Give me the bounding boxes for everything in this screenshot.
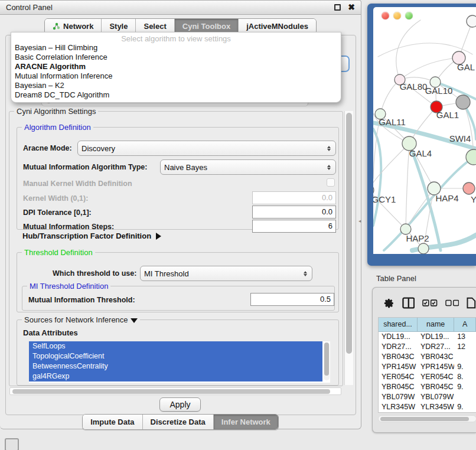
- select-all-checkboxes-icon[interactable]: [422, 299, 438, 307]
- control-panel-titlebar: Control Panel ✖: [0, 1, 361, 15]
- network-view-inner: GALGAL80GAL10GAL1GAL11SWI4GAL4GCY1HAP4YH…: [373, 7, 476, 254]
- table-column-header[interactable]: shared...: [379, 318, 418, 331]
- cyni-algorithm-settings-group: Cyni Algorithm Settings Algorithm Defini…: [9, 111, 343, 386]
- network-edge[interactable]: [396, 20, 420, 80]
- algorithm-option[interactable]: Bayesian – K2: [11, 81, 341, 90]
- table-cell: 9.: [454, 402, 476, 412]
- mi-threshold-group: MI Threshold Definition Mutual Informati…: [22, 286, 335, 311]
- data-attribute-item[interactable]: TopologicalCoefficient: [29, 351, 322, 361]
- table-cell: 13: [454, 332, 476, 342]
- manual-kernel-checkbox[interactable]: [327, 178, 335, 187]
- aracne-mode-combo[interactable]: Discovery: [77, 141, 336, 156]
- algorithm-option[interactable]: ARACNE Algorithm: [11, 62, 341, 71]
- network-edge[interactable]: [373, 144, 409, 190]
- mi-type-combo[interactable]: Naive Bayes: [160, 159, 336, 175]
- table-panel-title: Table Panel: [376, 274, 416, 283]
- combo-spinner-icon: [304, 271, 308, 276]
- table-row[interactable]: YBR045CYBR045C9.: [379, 382, 476, 392]
- sources-title[interactable]: Sources for Network Inference: [22, 315, 140, 324]
- network-edge[interactable]: [380, 80, 400, 114]
- table-row[interactable]: YBL079WYBL079W: [379, 392, 476, 402]
- table-cell: YDR27...: [379, 342, 418, 352]
- algorithm-option[interactable]: Dream8 DC_TDC Algorithm: [11, 90, 341, 100]
- table-row[interactable]: YBR043CYBR043C: [379, 352, 476, 362]
- mi-type-label: Mutual Information Algorithm Type:: [23, 163, 147, 171]
- float-window-icon[interactable]: [334, 4, 341, 11]
- network-node-label: GCY1: [373, 194, 396, 204]
- network-node-label: GAL1: [436, 110, 459, 120]
- network-node[interactable]: [418, 243, 429, 254]
- collapsed-arrow-icon: [156, 233, 161, 240]
- columns-icon[interactable]: [402, 297, 415, 309]
- network-canvas[interactable]: GALGAL80GAL10GAL1GAL11SWI4GAL4GCY1HAP4YH…: [373, 7, 476, 254]
- table-column-header[interactable]: A: [454, 318, 476, 331]
- algorithm-option[interactable]: Bayesian – Hill Climbing: [11, 43, 341, 53]
- table-cell: YBR045C: [379, 382, 418, 392]
- table-row[interactable]: YLR345WYLR345W9.: [379, 402, 476, 412]
- data-attributes-label: Data Attributes: [23, 328, 78, 337]
- network-node-label: HAP4: [435, 193, 458, 203]
- sources-group: Sources for Network Inference Data Attri…: [17, 319, 339, 386]
- apply-button[interactable]: Apply: [159, 397, 201, 412]
- mi-threshold-title: MI Threshold Definition: [27, 282, 110, 291]
- table-toolbar: [377, 292, 476, 314]
- mi-threshold-field[interactable]: 0.5: [250, 293, 334, 306]
- table-row[interactable]: YDR27...YDR27...12: [379, 342, 476, 352]
- dpi-tolerance-field[interactable]: 0.0: [252, 206, 336, 219]
- split-pane-handle[interactable]: ◂: [358, 217, 364, 224]
- table-cell: 12: [454, 342, 476, 352]
- table-cell: [454, 392, 476, 402]
- network-node[interactable]: [467, 15, 476, 27]
- mac-close-icon[interactable]: [382, 12, 389, 19]
- table-row[interactable]: YPR145WYPR145W9.: [379, 362, 476, 372]
- tab-discretize-data[interactable]: Discretize Data: [143, 415, 214, 429]
- table-row[interactable]: YER054CYER054C8.: [379, 372, 476, 382]
- bottom-tab-strip: Impute DataDiscretize DataInfer Network: [0, 414, 361, 430]
- mac-minimize-icon[interactable]: [393, 12, 401, 19]
- attr-list-scrollbar[interactable]: [324, 343, 330, 380]
- table-cell: YDL19...: [418, 332, 454, 342]
- mi-steps-label: Mutual Information Steps:: [23, 223, 114, 231]
- network-edge[interactable]: [400, 58, 459, 80]
- table-cell: YLR345W: [379, 402, 418, 412]
- table-cell: YBR043C: [379, 352, 418, 362]
- table-column-header[interactable]: name: [418, 318, 454, 331]
- table-cell: YPR145W: [379, 362, 418, 372]
- network-node[interactable]: [463, 182, 475, 194]
- table-cell: YBL079W: [379, 392, 418, 402]
- export-table-icon[interactable]: [467, 297, 476, 309]
- table-horizontal-scrollbar[interactable]: [378, 415, 476, 422]
- docked-panel-icon[interactable]: [5, 438, 19, 450]
- settings-vertical-scrollbar[interactable]: [344, 111, 353, 385]
- algorithm-dropdown-placeholder: Select algorithm to view settings: [11, 32, 341, 43]
- network-node[interactable]: [456, 95, 470, 109]
- network-node-label: GAL: [457, 62, 475, 72]
- which-threshold-combo[interactable]: MI Threshold: [140, 266, 312, 281]
- tab-impute-data[interactable]: Impute Data: [83, 415, 142, 429]
- hub-definition-expander[interactable]: Hub/Transcription Factor Definition: [22, 231, 161, 240]
- deselect-all-checkboxes-icon[interactable]: [445, 299, 459, 306]
- mi-steps-field[interactable]: 6: [252, 220, 336, 233]
- network-node-label: GAL11: [379, 117, 406, 127]
- node-table: shared...nameA YDL19...YDL19...13YDR27..…: [378, 317, 476, 413]
- which-threshold-label: Which threshold to use:: [53, 269, 136, 278]
- algorithm-definition-title: Algorithm Definition: [22, 123, 93, 132]
- data-attribute-item[interactable]: gal4RGexp: [29, 371, 322, 381]
- mi-threshold-label: Mutual Information Threshold:: [28, 296, 135, 304]
- close-icon[interactable]: ✖: [348, 4, 355, 11]
- table-cell: YBR043C: [418, 352, 454, 362]
- algorithm-option[interactable]: Basic Correlation Inference: [11, 53, 341, 62]
- table-row[interactable]: YDL19...YDL19...13: [379, 332, 476, 342]
- table-cell: 9.: [454, 382, 476, 392]
- network-node-label: Y: [471, 194, 476, 204]
- gear-icon[interactable]: [383, 298, 395, 309]
- kernel-width-field[interactable]: 0.0: [252, 191, 336, 204]
- mac-zoom-icon[interactable]: [405, 12, 413, 19]
- settings-horizontal-scrollbar[interactable]: [9, 387, 341, 395]
- tab-infer-network[interactable]: Infer Network: [214, 415, 278, 429]
- data-attribute-item[interactable]: SelfLoops: [29, 341, 322, 351]
- data-attribute-item[interactable]: BetweennessCentrality: [29, 361, 322, 371]
- table-cell: YBL079W: [418, 392, 454, 402]
- algorithm-option[interactable]: Mutual Information Inference: [11, 71, 341, 81]
- table-cell: 9.: [454, 362, 476, 372]
